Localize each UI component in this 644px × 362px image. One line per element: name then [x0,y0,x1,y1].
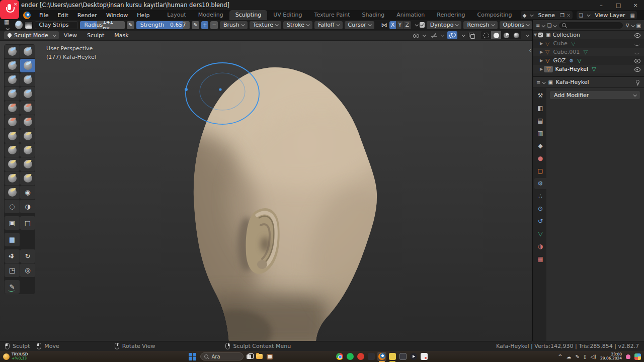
notification-bell-icon[interactable] [626,354,630,359]
workspace-tab-modeling[interactable]: Modeling [192,10,229,20]
task-view-button[interactable] [245,352,254,361]
brush-mask[interactable]: ◌ [5,200,20,213]
object-visibility-button[interactable] [411,31,427,39]
blender-logo-icon[interactable] [23,12,31,19]
brush-dropdown[interactable]: Brush [220,21,248,29]
brush-flatten[interactable] [20,101,35,115]
properties-tab-constraints[interactable]: ↺ [534,216,546,227]
brush-grab[interactable] [20,129,35,143]
properties-tab-physics[interactable]: ⊙ [534,203,546,214]
brush-preview-thumbnail[interactable] [25,21,33,29]
properties-tab-object-data[interactable]: ▽ [534,228,546,239]
brush-clay[interactable] [5,59,20,72]
menu-edit[interactable]: Edit [53,12,72,19]
workspace-tab-shading[interactable]: Shading [356,10,391,20]
dyntopo-checkbox[interactable] [420,22,425,28]
falloff-dropdown[interactable]: Falloff [314,21,342,29]
recording-close-icon[interactable]: × [14,2,18,7]
tool-annotate[interactable]: ✎ [5,280,20,294]
strength-pressure-icon[interactable]: ✎ [192,21,199,29]
overlays-button[interactable] [447,31,457,39]
copy-scene-icon[interactable]: ❐ [560,13,565,18]
unlink-scene-icon[interactable]: × [567,13,571,18]
tray-expand-icon[interactable]: ^ [558,354,562,359]
solid-shading-button[interactable] [491,31,501,39]
expand-arrow-icon[interactable]: ▶ [539,58,544,63]
workspace-tab-sculpting[interactable]: Sculpting [229,10,267,20]
brush-draw[interactable] [5,45,20,58]
mode-selector[interactable]: Sculpt Mode [4,31,59,39]
brush-rotate[interactable] [20,171,35,185]
workspace-tab-animation[interactable]: Animation [390,10,431,20]
visibility-eye-icon[interactable] [634,41,640,46]
properties-tab-texture[interactable]: ▦ [534,253,546,264]
brush-draw-sharp[interactable] [20,45,35,58]
toolbar-gap[interactable] [5,278,35,280]
options-dropdown[interactable]: Options [500,21,532,29]
visibility-eye-icon[interactable] [634,32,640,38]
tool-scale[interactable]: ◳ [5,263,20,277]
view-layer-selector[interactable]: ❏ View Layer ▦ [577,11,637,19]
outliner-editor-icon[interactable]: ≡ [536,23,544,28]
pin-icon[interactable] [635,79,640,85]
material-preview-button[interactable] [501,31,511,39]
taskbar-vault-icon[interactable] [398,352,408,361]
brush-multiplane-scrape[interactable] [20,115,35,129]
tool-box-mask[interactable]: ▣ [5,216,20,230]
brush-thumb[interactable] [5,157,20,171]
tray-onedrive-icon[interactable]: ☁ [567,354,572,359]
render-layers-icon[interactable]: ▦ [630,13,635,18]
taskbar-spotify-icon[interactable] [346,352,355,361]
properties-tab-scene[interactable]: ◆ [534,140,546,151]
sculpt-menu[interactable]: Sculpt [82,32,109,39]
brush-pose[interactable] [20,157,35,171]
workspace-tab-texture-paint[interactable]: Texture Paint [308,10,356,20]
outliner-row-cube[interactable]: ▶ ▽ Cube ▽ [533,39,644,48]
collection-checkbox[interactable] [538,33,543,37]
taskbar-search-input[interactable] [211,354,240,359]
microsoft-store-button[interactable] [265,352,274,361]
outliner-search[interactable] [558,22,623,29]
properties-tab-view-layer[interactable]: ▥ [534,128,546,139]
menu-render[interactable]: Render [73,12,102,19]
expand-arrow-icon[interactable]: ▶ [539,41,544,46]
properties-tab-object[interactable]: ▢ [534,165,546,176]
brush-nudge[interactable] [5,171,20,185]
toolbar-gap[interactable] [5,214,35,216]
active-brush-icon[interactable] [15,21,23,29]
menu-help[interactable]: Help [132,12,154,19]
scene-selector[interactable]: ◆ Scene ❐ × [521,11,573,19]
start-button[interactable] [189,353,196,360]
view-menu[interactable]: View [59,32,82,39]
properties-tab-material[interactable]: ◑ [534,241,546,252]
expand-arrow-icon[interactable]: ▶ [539,67,544,71]
add-modifier-dropdown[interactable]: Add Modifier [550,91,640,99]
symmetry-z-button[interactable]: Z [404,21,411,29]
tray-pen-icon[interactable]: ✎ [576,354,580,359]
new-collection-icon[interactable]: ▣ [636,23,641,28]
taskbar-terminal-icon[interactable] [367,352,376,361]
dyntopo-dropdown[interactable]: Dyntopo [427,21,462,29]
brush-inflate[interactable] [20,73,35,86]
filter-icon[interactable]: ∇ [626,23,634,28]
file-explorer-button[interactable] [255,352,264,361]
brush-subtract-button[interactable]: − [210,21,217,29]
active-tool-editor-icon[interactable]: ▦ [4,19,13,32]
menu-window[interactable]: Window [102,12,132,19]
radius-slider[interactable]: Radius 141 px [80,21,125,29]
toolbar-gap[interactable] [5,247,35,249]
brush-elastic-deform[interactable] [5,143,20,157]
stroke-dropdown[interactable]: Stroke [283,21,312,29]
brush-scrape[interactable] [5,115,20,129]
brush-slide-relax[interactable] [5,186,20,199]
expand-arrow-icon[interactable]: ▶ [539,50,544,54]
brush-clay-strips[interactable] [20,59,35,72]
3d-viewport[interactable]: ◉◌◑▣□▦↕↻◳◎✎ User Perspective (177) Kafa-… [0,41,532,341]
texture-dropdown[interactable]: Texture [250,21,281,29]
tool-rotate[interactable]: ↻ [20,249,35,263]
mask-menu[interactable]: Mask [109,32,133,39]
chevron-down-icon[interactable] [526,33,529,37]
tool-mesh-filter[interactable]: ▦ [5,233,20,246]
brush-face-sets[interactable]: ◑ [20,200,35,213]
outliner-row-goz[interactable]: ▶ ▽ GOZ ⚙ ▽ [533,56,644,65]
